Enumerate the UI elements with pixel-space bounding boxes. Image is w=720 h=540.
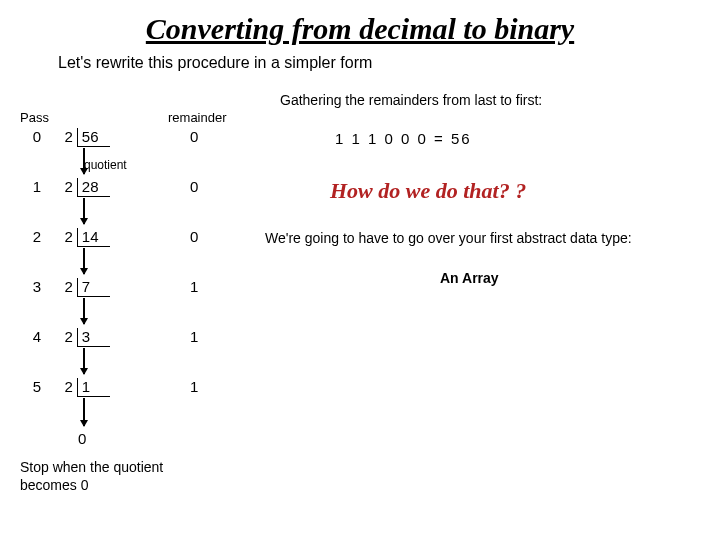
remainder-value: 1 bbox=[190, 328, 198, 345]
pass-number: 4 bbox=[28, 328, 46, 345]
pass-number: 2 bbox=[28, 228, 46, 245]
remainder-column-header: remainder bbox=[168, 110, 227, 125]
remainder-value: 1 bbox=[190, 378, 198, 395]
down-arrow-icon bbox=[83, 248, 85, 274]
binary-result: 1 1 1 0 0 0 = 56 bbox=[335, 130, 472, 147]
how-do-we-question: How do we do that? ? bbox=[330, 178, 526, 204]
division-step: 4 23 bbox=[28, 328, 110, 347]
division-step: 2 214 bbox=[28, 228, 110, 247]
pass-number: 0 bbox=[28, 128, 46, 145]
page-title: Converting from decimal to binary bbox=[0, 12, 720, 46]
remainder-value: 1 bbox=[190, 278, 198, 295]
pass-number: 5 bbox=[28, 378, 46, 395]
dividend: 28 bbox=[77, 178, 110, 197]
quotient-label: quotient bbox=[84, 158, 127, 172]
abstract-type-intro: We're going to have to go over your firs… bbox=[265, 230, 632, 246]
pass-number: 1 bbox=[28, 178, 46, 195]
divisor: 2 bbox=[64, 128, 76, 145]
division-step: 0 256 bbox=[28, 128, 110, 147]
subtitle: Let's rewrite this procedure in a simple… bbox=[58, 54, 720, 72]
dividend: 3 bbox=[77, 328, 110, 347]
remainder-value: 0 bbox=[190, 178, 198, 195]
remainder-value: 0 bbox=[190, 128, 198, 145]
divisor: 2 bbox=[64, 178, 76, 195]
down-arrow-icon bbox=[83, 398, 85, 426]
divisor: 2 bbox=[64, 328, 76, 345]
dividend: 7 bbox=[77, 278, 110, 297]
division-step: 5 21 bbox=[28, 378, 110, 397]
remainder-value: 0 bbox=[190, 228, 198, 245]
divisor: 2 bbox=[64, 278, 76, 295]
pass-column-header: Pass bbox=[20, 110, 49, 125]
dividend: 14 bbox=[77, 228, 110, 247]
final-quotient: 0 bbox=[78, 430, 86, 447]
down-arrow-icon bbox=[83, 148, 85, 174]
divisor: 2 bbox=[64, 228, 76, 245]
stop-condition-text: Stop when the quotientbecomes 0 bbox=[20, 458, 163, 494]
down-arrow-icon bbox=[83, 348, 85, 374]
division-step: 3 27 bbox=[28, 278, 110, 297]
down-arrow-icon bbox=[83, 298, 85, 324]
an-array-label: An Array bbox=[440, 270, 499, 286]
division-step: 1 228 bbox=[28, 178, 110, 197]
divisor: 2 bbox=[64, 378, 76, 395]
pass-number: 3 bbox=[28, 278, 46, 295]
dividend: 56 bbox=[77, 128, 110, 147]
down-arrow-icon bbox=[83, 198, 85, 224]
dividend: 1 bbox=[77, 378, 110, 397]
gathering-text: Gathering the remainders from last to fi… bbox=[280, 92, 542, 108]
